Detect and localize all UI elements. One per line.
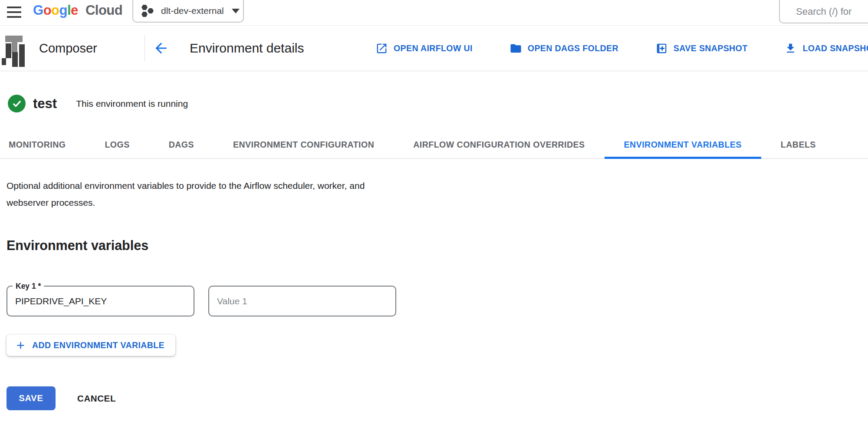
google-cloud-logo: Google Cloud — [33, 3, 122, 18]
value-field — [208, 286, 396, 316]
tab-logs[interactable]: LOGS — [105, 131, 129, 158]
open-in-new-icon — [375, 42, 388, 55]
section-description: Optional additional environment variable… — [7, 177, 868, 211]
section-title: Environment variables — [7, 238, 868, 253]
google-logo-wordmark: Google — [33, 3, 78, 18]
top-bar: Google Cloud dlt-dev-external — [0, 0, 868, 26]
environment-status-message: This environment is running — [76, 99, 188, 109]
action-label: OPEN AIRFLOW UI — [394, 43, 473, 53]
environment-status-row: test This environment is running — [0, 71, 868, 112]
key-input[interactable] — [7, 287, 194, 316]
save-button[interactable]: SAVE — [7, 386, 56, 410]
product-name: Composer — [39, 41, 97, 56]
action-load-snapshot[interactable]: LOAD SNAPSHOT — [784, 42, 868, 55]
save-snapshot-icon — [655, 42, 668, 55]
project-hexagons-icon — [141, 4, 154, 18]
tab-monitoring[interactable]: MONITORING — [9, 131, 66, 158]
header-divider — [145, 35, 145, 61]
page-title: Environment details — [190, 41, 304, 56]
folder-icon — [510, 42, 522, 55]
tab-bar: MONITORINGLOGSDAGSENVIRONMENT CONFIGURAT… — [0, 131, 868, 159]
key-field: Key 1 * — [7, 286, 194, 316]
status-check-icon — [8, 95, 26, 112]
google-cloud-logo-suffix: Cloud — [85, 3, 122, 18]
action-label: OPEN DAGS FOLDER — [528, 43, 618, 53]
key-field-label: Key 1 * — [13, 281, 44, 291]
action-label: LOAD SNAPSHOT — [802, 43, 868, 53]
search-box — [779, 0, 868, 23]
download-icon — [784, 42, 797, 55]
form-actions: SAVE CANCEL — [7, 386, 868, 410]
cancel-button[interactable]: CANCEL — [75, 393, 118, 404]
tab-labels[interactable]: LABELS — [781, 131, 816, 158]
header-actions: OPEN AIRFLOW UIOPEN DAGS FOLDERSAVE SNAP… — [375, 26, 868, 71]
action-save-snapshot[interactable]: SAVE SNAPSHOT — [655, 42, 748, 55]
search-input[interactable] — [780, 0, 868, 23]
product-header: Composer Environment details OPEN AIRFLO… — [0, 26, 868, 71]
environment-name: test — [33, 96, 57, 112]
add-environment-variable-button[interactable]: ADD ENVIRONMENT VARIABLE — [7, 335, 175, 356]
back-arrow-icon[interactable] — [153, 40, 169, 56]
composer-logo-icon — [2, 33, 25, 68]
tab-dags[interactable]: DAGS — [169, 131, 194, 158]
action-label: SAVE SNAPSHOT — [674, 43, 748, 53]
action-open-dags-folder[interactable]: OPEN DAGS FOLDER — [510, 42, 618, 55]
plus-icon — [15, 339, 26, 351]
tab-environment-variables[interactable]: ENVIRONMENT VARIABLES — [624, 131, 742, 158]
hamburger-menu-icon[interactable] — [7, 7, 21, 18]
project-selector-label: dlt-dev-external — [161, 6, 224, 16]
project-selector[interactable]: dlt-dev-external — [132, 0, 244, 23]
value-input[interactable] — [209, 287, 395, 316]
tab-airflow-configuration-overrides[interactable]: AIRFLOW CONFIGURATION OVERRIDES — [413, 131, 585, 158]
chevron-down-icon — [232, 9, 240, 13]
tab-environment-configuration[interactable]: ENVIRONMENT CONFIGURATION — [233, 131, 374, 158]
main-content: Optional additional environment variable… — [0, 177, 868, 410]
env-var-form-row: Key 1 * — [7, 286, 868, 316]
action-open-airflow-ui[interactable]: OPEN AIRFLOW UI — [375, 42, 473, 55]
